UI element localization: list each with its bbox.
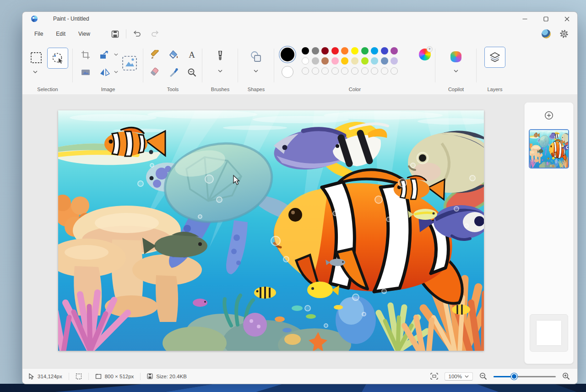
ribbon-group-copilot: Copilot: [435, 42, 477, 94]
menu-edit[interactable]: Edit: [49, 28, 72, 40]
color-palette: [302, 47, 398, 75]
crop-button[interactable]: [78, 48, 93, 62]
zoom-out-icon[interactable]: [479, 372, 487, 380]
minimize-button[interactable]: [514, 12, 535, 26]
flip-button[interactable]: [98, 65, 112, 80]
palette-empty-slot[interactable]: [361, 67, 369, 75]
ribbon-group-image: Image: [73, 42, 143, 94]
zoom-level-dropdown[interactable]: 100%: [445, 372, 473, 381]
file-size-readout: Size: 20.4KB: [141, 373, 193, 379]
menu-file[interactable]: File: [28, 28, 49, 40]
canvas-size-value: 800 × 512px: [105, 374, 134, 379]
rectangle-select-button[interactable]: [27, 49, 45, 67]
ribbon-group-shapes: Shapes: [238, 42, 274, 94]
palette-empty-slot[interactable]: [321, 67, 329, 75]
save-button[interactable]: [109, 28, 122, 40]
drawing-canvas[interactable]: [58, 110, 484, 351]
close-button[interactable]: [556, 12, 577, 26]
palette-color-swatch[interactable]: [371, 47, 378, 54]
zoom-to-fit-icon[interactable]: [430, 373, 438, 380]
rotate-icon: [81, 69, 90, 76]
fill-button[interactable]: [165, 47, 182, 63]
copilot-chevron[interactable]: [454, 70, 458, 72]
layers-panel: [524, 102, 574, 364]
palette-empty-slot[interactable]: [351, 67, 358, 75]
color-picker-button[interactable]: [165, 64, 182, 81]
palette-empty-slot[interactable]: [341, 67, 348, 75]
undo-button[interactable]: [130, 28, 144, 40]
eraser-button[interactable]: [147, 64, 163, 81]
zoom-slider-handle[interactable]: [511, 373, 517, 380]
pencil-button[interactable]: [147, 47, 163, 63]
palette-color-swatch[interactable]: [302, 47, 309, 54]
palette-color-swatch[interactable]: [312, 57, 319, 65]
palette-color-swatch[interactable]: [391, 47, 398, 54]
remove-background-button[interactable]: [119, 53, 140, 73]
zoom-in-icon[interactable]: [562, 372, 570, 380]
shapes-button[interactable]: [247, 48, 265, 66]
paint-app-icon: [31, 15, 38, 22]
layers-button[interactable]: [484, 47, 505, 68]
shapes-chevron[interactable]: [254, 70, 258, 72]
free-select-button[interactable]: [47, 48, 68, 69]
statusbar: 314,124px 800 × 512px: [22, 368, 577, 384]
brushes-chevron[interactable]: [218, 70, 222, 72]
zoom-slider[interactable]: [494, 373, 556, 380]
magnifier-button[interactable]: [184, 64, 200, 81]
canvas-artwork: [58, 110, 484, 351]
settings-gear-icon[interactable]: [560, 30, 568, 38]
palette-color-swatch[interactable]: [341, 57, 348, 65]
palette-color-swatch[interactable]: [341, 47, 348, 54]
menu-view[interactable]: View: [72, 28, 97, 40]
zoom-level-value: 100%: [449, 374, 462, 379]
palette-empty-slot[interactable]: [312, 67, 319, 75]
palette-empty-slot[interactable]: [302, 67, 309, 75]
palette-color-swatch[interactable]: [321, 47, 329, 54]
maximize-button[interactable]: [535, 12, 556, 26]
text-button[interactable]: A: [184, 47, 200, 63]
palette-color-swatch[interactable]: [312, 47, 319, 54]
background-color-swatch[interactable]: [282, 66, 293, 78]
account-button[interactable]: [542, 29, 551, 38]
ribbon-toolbar: Selection: [22, 42, 577, 94]
palette-color-swatch[interactable]: [391, 57, 398, 65]
resize-chevron[interactable]: [114, 53, 118, 56]
copilot-icon: [450, 51, 461, 62]
selection-dropdown-chevron[interactable]: [33, 71, 38, 73]
palette-color-swatch[interactable]: [351, 47, 358, 54]
group-label-brushes: Brushes: [202, 87, 238, 92]
layer-thumbnail-background[interactable]: [530, 314, 568, 352]
brush-icon: [215, 50, 225, 63]
palette-color-swatch[interactable]: [381, 57, 388, 65]
palette-color-swatch[interactable]: [351, 57, 358, 65]
redo-button[interactable]: [148, 28, 162, 40]
layer-thumbnail-artwork[interactable]: [529, 129, 569, 169]
copilot-button[interactable]: [447, 48, 465, 66]
palette-color-swatch[interactable]: [331, 47, 339, 54]
cursor-position-readout: 314,124px: [22, 373, 69, 380]
foreground-color-swatch[interactable]: [281, 48, 294, 61]
palette-empty-slot[interactable]: [381, 67, 388, 75]
resize-button[interactable]: [98, 48, 112, 62]
palette-empty-slot[interactable]: [331, 67, 339, 75]
rectangle-select-icon: [30, 52, 42, 64]
palette-color-swatch[interactable]: [381, 47, 388, 54]
palette-color-swatch[interactable]: [371, 57, 378, 65]
palette-empty-slot[interactable]: [371, 67, 378, 75]
palette-color-swatch[interactable]: [361, 57, 369, 65]
palette-color-swatch[interactable]: [331, 57, 339, 65]
rotate-button[interactable]: [78, 65, 93, 80]
group-label-layers: Layers: [477, 87, 513, 92]
redo-icon: [151, 30, 159, 38]
add-layer-button[interactable]: [543, 110, 554, 121]
palette-color-swatch[interactable]: [321, 57, 329, 65]
ribbon-group-color: Color: [274, 42, 435, 94]
palette-color-swatch[interactable]: [302, 57, 309, 65]
palette-empty-slot[interactable]: [391, 67, 398, 75]
flip-icon: [100, 68, 110, 76]
flip-chevron[interactable]: [114, 71, 118, 73]
palette-color-swatch[interactable]: [361, 47, 369, 54]
resize-icon: [100, 50, 110, 60]
edit-colors-wheel-icon[interactable]: [419, 49, 431, 60]
brushes-button[interactable]: [211, 48, 229, 66]
